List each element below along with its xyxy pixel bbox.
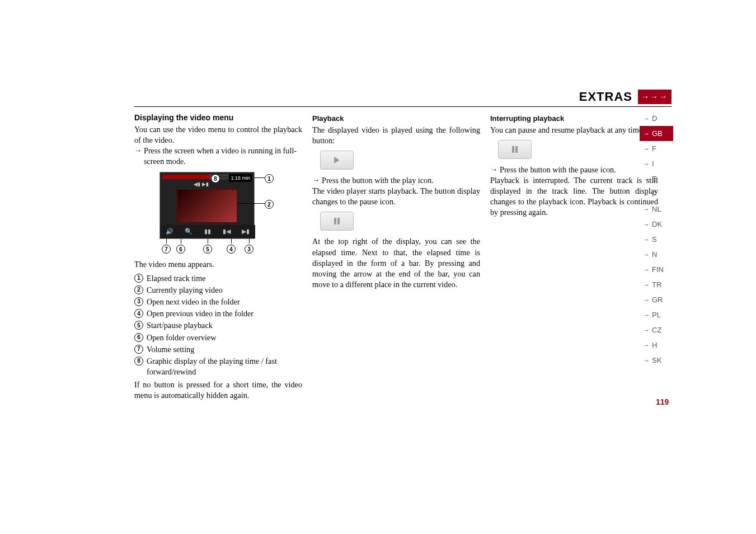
lang-nav-gr[interactable]: →GR [640, 292, 673, 307]
legend-num-3: 3 [134, 297, 143, 306]
folder-icon: 🔍 [179, 227, 198, 236]
col2-p3: At the top right of the display, you can… [312, 236, 480, 290]
callout-1: 1 [265, 174, 274, 183]
lang-code: SK [652, 356, 661, 364]
col3-p1: You can pause and resume playback at any… [490, 125, 658, 135]
lang-nav-gb[interactable]: →GB [640, 126, 673, 141]
arrow-icon: → [643, 251, 650, 259]
lang-nav-s[interactable]: →S [640, 232, 673, 247]
arrow-icon: → [643, 145, 650, 153]
legend-4: Open previous video in the folder [147, 308, 253, 319]
lang-code: GR [652, 296, 663, 304]
col1-bullet: Press the screen when a video is running… [144, 146, 302, 167]
callout-8: 8 [211, 174, 220, 183]
arrow-icon: → [643, 175, 650, 183]
col1-intro: You can use the video menu to control th… [134, 124, 302, 146]
arrow-icon: → [643, 311, 650, 319]
svg-rect-4 [515, 146, 518, 153]
legend-num-2: 2 [134, 285, 143, 294]
arrow-icon: → [312, 175, 320, 186]
arrow-icon: → [643, 296, 650, 304]
lang-nav-i[interactable]: →I [640, 156, 673, 171]
lang-nav-dk[interactable]: →DK [640, 217, 673, 232]
lang-nav-pl[interactable]: →PL [640, 307, 673, 322]
lang-nav-e[interactable]: →E [640, 171, 673, 186]
pause-button-graphic-2 [498, 140, 532, 159]
lang-code: P [652, 190, 657, 198]
lang-nav-tr[interactable]: →TR [640, 277, 673, 292]
col1-tail: If no button is pressed for a short time… [134, 380, 302, 401]
legend-7: Volume setting [147, 344, 194, 355]
lang-nav-p[interactable]: →P [640, 186, 673, 202]
arrow-icon: → [490, 165, 497, 175]
arrow-icon: → [643, 236, 650, 243]
lang-nav-fin[interactable]: →FIN [640, 262, 673, 277]
lang-nav-nl[interactable]: →NL [640, 202, 673, 217]
svg-rect-2 [337, 218, 340, 224]
legend-8: Graphic display of the playing time / fa… [147, 356, 302, 377]
lang-nav-h[interactable]: →H [640, 338, 673, 353]
lang-code: GB [652, 129, 663, 138]
legend-2: Currently playing video [147, 285, 223, 296]
pause-icon [333, 217, 341, 225]
lang-code: D [652, 114, 657, 123]
header-divider [134, 106, 672, 107]
arrow-icon: → [643, 341, 650, 349]
language-nav: →D→GB→F→I→E→P→NL→DK→S→N→FIN→TR→GR→PL→CZ→… [640, 111, 673, 368]
lang-nav-f[interactable]: →F [640, 141, 673, 156]
arrow-icon: → [643, 205, 650, 213]
arrow-icon: → [643, 190, 650, 198]
lang-nav-cz[interactable]: →CZ [640, 322, 673, 338]
prev-icon: ▮◀ [217, 227, 236, 236]
diagram-elapsed-time: 1:16 min [229, 174, 252, 182]
lang-code: CZ [652, 326, 661, 334]
callout-7: 7 [162, 245, 171, 254]
vol-icon: 🔊 [160, 227, 179, 236]
lang-code: H [652, 341, 657, 349]
col3-heading: Interrupting playback [490, 114, 658, 124]
callout-3: 3 [245, 245, 253, 254]
arrow-icon: → [643, 326, 650, 334]
pause-icon: ▮▮ [198, 227, 217, 236]
arrow-icon: → [643, 115, 650, 123]
legend-num-5: 5 [134, 321, 143, 330]
svg-rect-3 [512, 146, 514, 153]
col2-p2: The video player starts playback. The bu… [312, 186, 480, 207]
arrow-icon: → [643, 160, 650, 168]
play-button-graphic [320, 151, 354, 170]
legend-num-7: 7 [134, 345, 143, 354]
col1-heading: Displaying the video menu [134, 113, 302, 123]
arrow-icon: → [643, 130, 650, 138]
legend-num-6: 6 [134, 333, 143, 342]
lang-code: I [652, 160, 654, 168]
callout-2: 2 [265, 200, 274, 209]
svg-marker-0 [334, 157, 340, 163]
legend-num-1: 1 [134, 274, 143, 283]
callout-4: 4 [227, 245, 236, 254]
next-icon: ▶▮ [236, 227, 255, 236]
arrow-icon: → [643, 266, 650, 274]
col3-p2: Playback is interrupted. The current tra… [490, 175, 658, 218]
callout-5: 5 [203, 245, 212, 254]
legend-num-4: 4 [134, 309, 143, 318]
col1-after-diagram: The video menu appears. [134, 259, 302, 270]
pause-icon [511, 146, 519, 153]
play-icon [332, 156, 341, 165]
legend-5: Start/pause playback [147, 320, 213, 331]
legend-3: Open next video in the folder [147, 297, 240, 307]
lang-nav-n[interactable]: →N [640, 247, 673, 262]
lang-code: N [652, 250, 657, 259]
lang-code: F [652, 144, 656, 153]
lang-code: NL [652, 205, 661, 213]
lang-nav-d[interactable]: →D [640, 111, 673, 126]
lang-code: TR [652, 280, 661, 289]
section-title: EXTRAS [579, 90, 632, 104]
lang-nav-sk[interactable]: →SK [640, 353, 673, 368]
header-arrow-decor: →→→ [638, 90, 672, 104]
legend-6: Open folder overview [147, 332, 217, 343]
svg-rect-1 [334, 218, 336, 224]
video-menu-diagram: ◀▮ ▶▮ 1:16 min 🔊 🔍 ▮▮ ▮◀ ▶▮ 1 2 [159, 172, 277, 256]
legend-num-8: 8 [134, 357, 143, 366]
lang-code: E [652, 175, 657, 183]
col3-bullet1: Press the button with the pause icon. [500, 165, 616, 175]
